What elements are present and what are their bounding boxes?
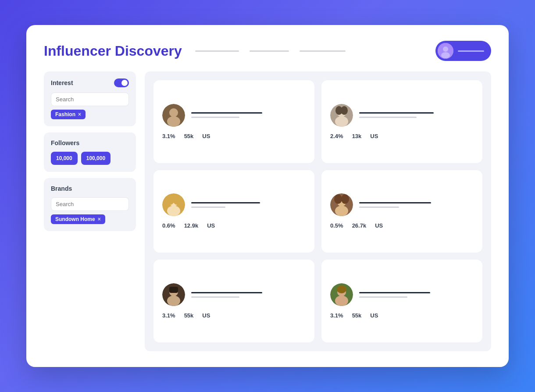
results-grid: 3.1% 55k US 2.4% 13k US xyxy=(145,71,491,351)
brands-label: Brands xyxy=(51,185,72,192)
card-sub-line xyxy=(359,117,417,118)
brands-filter: Brands Sundown Home × xyxy=(44,178,136,231)
brands-search[interactable] xyxy=(51,197,129,211)
card-location: US xyxy=(370,133,378,139)
card-top xyxy=(330,193,474,216)
followers-max-btn[interactable]: 100,000 xyxy=(81,152,111,165)
interest-header: Interest xyxy=(51,78,129,87)
card-engagement: 3.1% xyxy=(162,312,175,319)
influencer-card-6[interactable]: 3.1% 55k US xyxy=(321,260,482,342)
card-name-line xyxy=(359,112,434,114)
card-name-lines xyxy=(191,292,306,298)
card-stats-3: 0.6% 12.9k US xyxy=(162,222,306,229)
svg-rect-25 xyxy=(169,287,178,293)
followers-min-btn[interactable]: 10,000 xyxy=(51,152,78,165)
card-followers: 26.7k xyxy=(352,222,367,229)
card-top xyxy=(330,283,474,306)
card-engagement: 2.4% xyxy=(330,133,343,139)
fashion-tag-close[interactable]: × xyxy=(78,111,81,118)
svg-point-28 xyxy=(335,296,348,306)
card-name-line xyxy=(359,292,430,293)
card-location: US xyxy=(202,312,210,319)
app-card: Influencer Discovery xyxy=(26,25,509,367)
card-location: US xyxy=(370,312,378,319)
card-sub-line xyxy=(359,296,407,298)
svg-point-11 xyxy=(341,106,348,115)
card-followers: 55k xyxy=(184,133,194,139)
card-stats-4: 0.5% 26.7k US xyxy=(330,222,474,229)
card-followers: 13k xyxy=(352,133,362,139)
avatar xyxy=(438,43,453,59)
nav-line-3 xyxy=(300,50,346,52)
card-location: US xyxy=(202,133,210,139)
sundown-tag[interactable]: Sundown Home × xyxy=(51,214,105,224)
interest-label: Interest xyxy=(51,79,73,86)
card-name-line xyxy=(359,202,431,203)
influencer-card-3[interactable]: 0.6% 12.9k US xyxy=(153,170,314,253)
card-name-lines xyxy=(191,112,306,118)
profile-button[interactable] xyxy=(435,41,491,61)
card-name-lines xyxy=(359,202,474,208)
card-avatar-1 xyxy=(162,104,185,127)
influencer-card-4[interactable]: 0.5% 26.7k US xyxy=(321,170,482,253)
sundown-tag-close[interactable]: × xyxy=(98,216,101,222)
interest-toggle[interactable] xyxy=(114,78,129,87)
svg-point-16 xyxy=(173,194,182,205)
main-content: Interest Fashion × Followers 10,000 100,… xyxy=(44,71,491,351)
svg-point-6 xyxy=(170,109,177,116)
card-followers: 55k xyxy=(352,312,362,319)
card-location: US xyxy=(375,222,383,229)
card-name-lines xyxy=(359,292,474,298)
header: Influencer Discovery xyxy=(44,41,491,61)
followers-buttons: 10,000 100,000 xyxy=(51,152,129,165)
svg-point-19 xyxy=(335,206,348,216)
card-name-line xyxy=(191,292,262,293)
sidebar: Interest Fashion × Followers 10,000 100,… xyxy=(44,71,136,351)
svg-point-21 xyxy=(341,194,349,204)
card-engagement: 3.1% xyxy=(162,133,175,139)
influencer-card-1[interactable]: 3.1% 55k US xyxy=(153,80,314,163)
card-avatar-2 xyxy=(330,104,353,127)
profile-name-line xyxy=(458,50,484,52)
card-name-line xyxy=(191,112,262,114)
page-title: Influencer Discovery xyxy=(44,43,182,59)
card-engagement: 0.6% xyxy=(162,222,175,229)
header-nav xyxy=(191,50,427,52)
card-avatar-3 xyxy=(162,193,185,216)
svg-point-14 xyxy=(167,206,180,216)
card-avatar-5 xyxy=(162,283,185,306)
followers-filter: Followers 10,000 100,000 xyxy=(44,132,136,172)
brands-header: Brands xyxy=(51,185,129,192)
card-stats-1: 3.1% 55k US xyxy=(162,133,306,139)
card-avatar-6 xyxy=(330,283,353,306)
followers-header: Followers xyxy=(51,139,129,146)
card-followers: 12.9k xyxy=(184,222,199,229)
svg-point-9 xyxy=(335,116,348,127)
card-name-lines xyxy=(359,112,474,118)
card-avatar-4 xyxy=(330,193,353,216)
card-sub-line xyxy=(191,296,239,298)
card-top xyxy=(162,283,306,306)
nav-line-1 xyxy=(195,50,239,52)
influencer-card-2[interactable]: 2.4% 13k US xyxy=(321,80,482,163)
card-top xyxy=(330,104,474,127)
card-sub-line xyxy=(191,117,239,118)
svg-point-2 xyxy=(441,52,450,58)
interest-filter: Interest Fashion × xyxy=(44,71,136,126)
card-sub-line xyxy=(359,207,399,208)
card-engagement: 0.5% xyxy=(330,222,343,229)
card-stats-6: 3.1% 55k US xyxy=(330,312,474,319)
card-engagement: 3.1% xyxy=(330,312,343,319)
card-sub-line xyxy=(191,207,225,208)
svg-point-5 xyxy=(167,116,180,127)
interest-search[interactable] xyxy=(51,93,129,106)
avatar-image xyxy=(438,43,453,59)
svg-point-24 xyxy=(167,296,180,306)
svg-point-1 xyxy=(443,46,448,52)
card-followers: 55k xyxy=(184,312,194,319)
influencer-card-5[interactable]: 3.1% 55k US xyxy=(153,260,314,342)
card-name-lines xyxy=(191,202,306,208)
card-name-line xyxy=(191,202,260,203)
fashion-tag[interactable]: Fashion × xyxy=(51,110,86,119)
svg-point-20 xyxy=(334,194,342,204)
